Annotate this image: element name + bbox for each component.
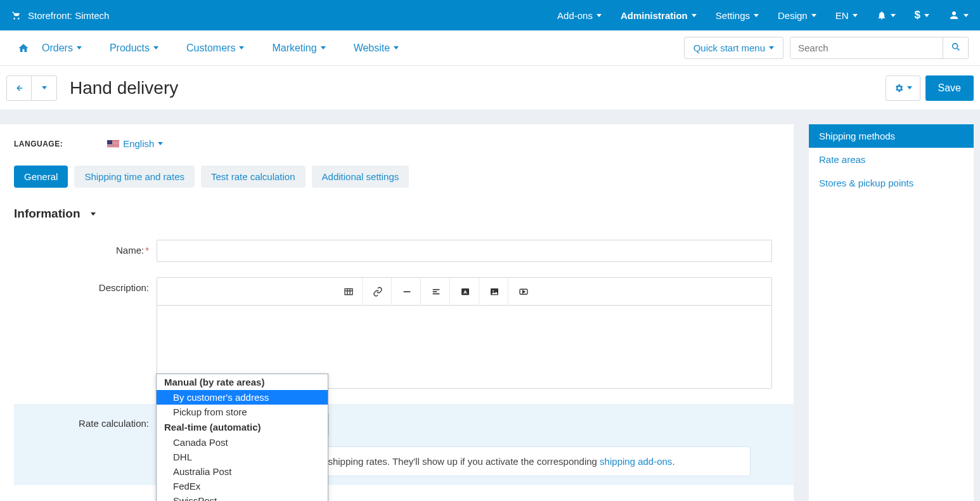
content-panel: LANGUAGE: English General Shipping time … [0, 124, 794, 501]
link-icon[interactable] [364, 278, 392, 306]
hr-icon[interactable] [393, 278, 421, 306]
image-icon[interactable] [480, 278, 508, 306]
caret-down-icon [754, 14, 759, 17]
save-button[interactable]: Save [925, 75, 974, 101]
dropdown-group: Real-time (automatic) [157, 419, 328, 435]
sidebar-item[interactable]: Stores & pickup points [809, 171, 974, 195]
align-icon[interactable] [422, 278, 450, 306]
caret-down-icon [891, 14, 896, 17]
section-information[interactable]: Information [14, 207, 794, 221]
dropdown-option[interactable]: Pickup from store [157, 405, 328, 419]
dropdown-option[interactable]: DHL [157, 450, 328, 464]
caret-down-icon [239, 46, 244, 49]
search-button[interactable] [943, 37, 968, 58]
nav-marketing[interactable]: Marketing [266, 42, 332, 54]
language-label: LANGUAGE: [14, 140, 63, 148]
caret-down-icon [91, 212, 96, 216]
user-icon [948, 10, 960, 21]
us-flag-icon [107, 140, 119, 148]
tab-shipping-rates[interactable]: Shipping time and rates [74, 166, 195, 188]
name-input[interactable] [157, 240, 772, 262]
svg-text:A: A [463, 289, 467, 295]
home-icon [18, 42, 29, 54]
dropdown-option[interactable]: FedEx [157, 479, 328, 493]
rate-calc-label: Rate calculation: [14, 413, 157, 429]
nav-orders[interactable]: Orders [35, 42, 88, 54]
caret-down-icon [77, 46, 82, 49]
caret-down-icon [158, 142, 163, 145]
arrow-left-icon [14, 83, 24, 93]
description-label: Description: [14, 277, 157, 293]
caret-down-icon [853, 14, 858, 17]
sidebar-item[interactable]: Shipping methods [809, 124, 974, 148]
dropdown-option[interactable]: Australia Post [157, 464, 328, 479]
video-icon[interactable] [510, 278, 538, 306]
caret-down-icon [769, 46, 774, 49]
tab-test-rate[interactable]: Test rate calculation [201, 166, 306, 188]
caret-down-icon [596, 14, 602, 17]
caret-down-icon [811, 14, 816, 17]
nav-website[interactable]: Website [347, 42, 406, 54]
sidebar-item[interactable]: Rate areas [809, 148, 974, 171]
editor-toolbar: A [157, 278, 771, 306]
rate-calc-block: Rate calculation: By customer's address … [14, 404, 794, 485]
name-label: Name:* [14, 240, 157, 256]
caret-down-icon [321, 46, 326, 49]
gear-button[interactable] [886, 75, 920, 101]
language-picker[interactable]: English [107, 138, 163, 149]
cart-icon [11, 10, 22, 20]
table-icon[interactable] [335, 278, 363, 306]
title-bar: Hand delivery Save [0, 66, 980, 110]
menu-addons[interactable]: Add-ons [557, 10, 602, 21]
menu-design[interactable]: Design [778, 10, 816, 21]
dropdown-group: Manual (by rate areas) [157, 374, 328, 390]
nav-home[interactable] [11, 42, 35, 54]
dropdown-option[interactable]: SwissPost [157, 493, 328, 501]
tab-additional[interactable]: Additional settings [312, 166, 409, 188]
dropdown-option[interactable]: Canada Post [157, 435, 328, 450]
caret-down-icon [907, 86, 912, 89]
rate-calc-dropdown: Manual (by rate areas)By customer's addr… [156, 374, 328, 501]
caret-down-icon [394, 46, 399, 49]
shipping-addons-link[interactable]: shipping add-ons [600, 456, 672, 467]
right-sidebar: Shipping methodsRate areasStores & picku… [809, 124, 974, 501]
back-button[interactable] [6, 75, 32, 101]
gear-icon [894, 83, 904, 93]
caret-down-icon [964, 14, 969, 17]
nav-products[interactable]: Products [103, 42, 165, 54]
search-box [790, 37, 969, 59]
back-dropdown-button[interactable] [32, 75, 57, 101]
menu-currency[interactable]: $ [915, 9, 929, 22]
svg-point-0 [952, 44, 957, 49]
menu-administration[interactable]: Administration [621, 10, 697, 21]
menu-user[interactable] [948, 10, 969, 21]
svg-line-1 [957, 48, 959, 50]
svg-rect-2 [345, 289, 352, 294]
menu-notifications[interactable] [877, 10, 896, 20]
bell-icon [877, 10, 887, 20]
description-editor[interactable]: A [157, 277, 772, 389]
caret-down-icon [153, 46, 158, 49]
caret-down-icon [692, 14, 697, 17]
font-icon[interactable]: A [451, 278, 479, 306]
nav-bar: Orders Products Customers Marketing Webs… [0, 30, 980, 66]
storefront-label[interactable]: Storefront: Simtech [28, 10, 109, 21]
top-bar: Storefront: Simtech Add-ons Administrati… [0, 0, 980, 30]
tab-general[interactable]: General [14, 166, 68, 188]
nav-customers[interactable]: Customers [180, 42, 250, 54]
menu-settings[interactable]: Settings [716, 10, 759, 21]
dropdown-option[interactable]: By customer's address [157, 390, 328, 405]
search-input[interactable] [790, 37, 943, 58]
menu-language[interactable]: EN [835, 10, 858, 21]
caret-down-icon [924, 14, 929, 17]
caret-down-icon [42, 86, 47, 89]
search-icon [951, 42, 961, 52]
svg-point-13 [493, 290, 494, 291]
quick-start-button[interactable]: Quick start menu [684, 37, 783, 59]
page-title: Hand delivery [70, 78, 178, 98]
